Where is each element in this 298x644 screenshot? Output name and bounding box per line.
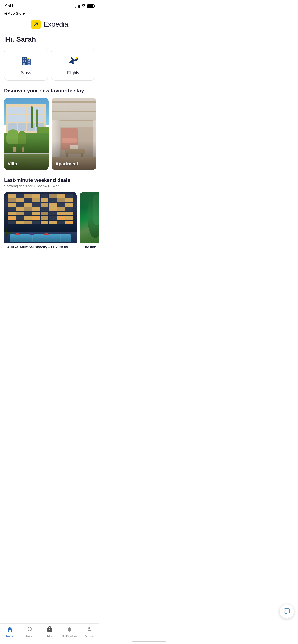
svg-rect-5 — [25, 60, 26, 62]
status-bar: 9:41 — [0, 0, 99, 10]
svg-rect-10 — [28, 62, 29, 63]
deals-subtitle: Showing deals for: 8 Mar – 10 Mar — [0, 184, 99, 192]
deal-cards-list: Aurika, Mumbai Skycity – Luxury by... Th… — [0, 192, 99, 257]
app-store-nav[interactable]: ◀ App Store — [0, 10, 99, 18]
svg-rect-3 — [25, 58, 26, 59]
flights-icon — [67, 54, 80, 68]
svg-point-14 — [29, 59, 30, 60]
app-store-back-button[interactable]: ◀ App Store — [4, 11, 25, 16]
imr-image — [80, 192, 99, 243]
hotel-building — [4, 192, 77, 243]
aurika-deal-card[interactable]: Aurika, Mumbai Skycity – Luxury by... — [4, 192, 77, 252]
svg-point-15 — [76, 57, 77, 59]
aurika-card-name: Aurika, Mumbai Skycity – Luxury by... — [4, 243, 77, 252]
imr-card-name: The Imr... — [80, 243, 99, 252]
status-icons — [75, 4, 94, 8]
greeting-text: Hi, Sarah — [5, 35, 94, 43]
svg-rect-8 — [28, 60, 29, 61]
svg-rect-2 — [23, 58, 24, 59]
svg-rect-6 — [23, 63, 25, 65]
svg-rect-12 — [28, 64, 30, 65]
villa-label: Villa — [8, 161, 17, 167]
greeting-section: Hi, Sarah — [0, 33, 99, 49]
flights-label: Flights — [67, 71, 79, 75]
signal-icon — [75, 5, 80, 8]
svg-point-13 — [27, 58, 29, 59]
villa-card[interactable]: Villa — [4, 98, 49, 170]
discover-section-title: Discover your new favourite stay — [0, 88, 99, 98]
apartment-label: Apartment — [55, 161, 78, 167]
imr-deal-card[interactable]: The Imr... — [80, 192, 99, 252]
app-store-label: App Store — [8, 11, 25, 16]
stays-button[interactable]: Stays — [4, 49, 48, 81]
apartment-card[interactable]: Apartment — [52, 98, 96, 170]
expedia-logo-text: Expedia — [43, 20, 68, 28]
battery-icon — [87, 4, 94, 8]
back-arrow-icon: ◀ — [4, 11, 7, 16]
aurika-image — [4, 192, 77, 243]
svg-point-16 — [77, 57, 78, 58]
flights-button[interactable]: Flights — [51, 49, 95, 81]
wifi-icon — [82, 4, 86, 8]
status-time: 9:41 — [5, 4, 14, 9]
svg-rect-11 — [29, 62, 30, 63]
svg-rect-4 — [23, 60, 24, 62]
stays-icon — [20, 54, 33, 68]
svg-rect-9 — [29, 60, 30, 61]
quick-actions: Stays Flights — [0, 49, 99, 88]
stays-label: Stays — [21, 71, 31, 75]
expedia-logo-icon — [31, 20, 41, 29]
stay-cards-list: Villa — [0, 98, 99, 177]
app-header: Expedia — [0, 18, 99, 33]
